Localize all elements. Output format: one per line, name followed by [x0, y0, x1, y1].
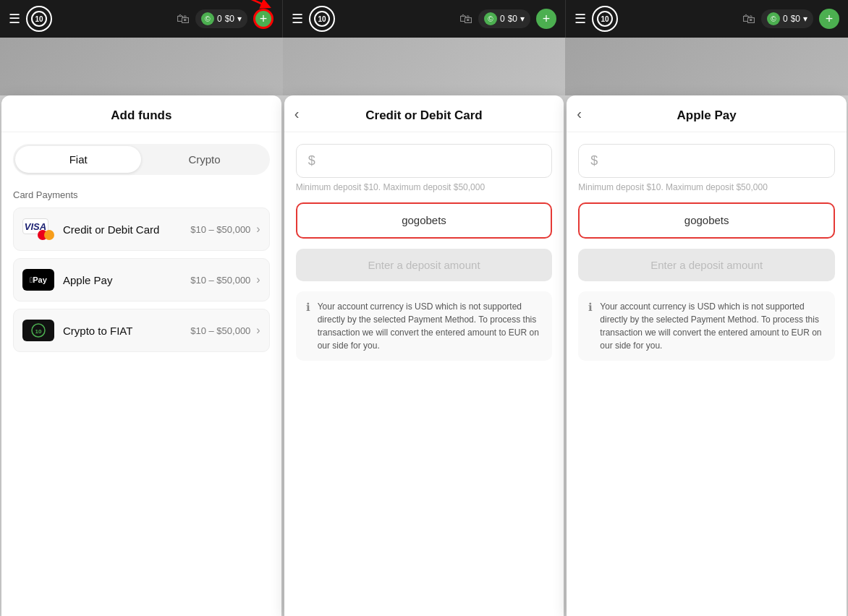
- payment-type-toggle: Fiat Crypto: [13, 144, 270, 175]
- visa-mc-logo: VISA: [22, 218, 54, 240]
- credit-card-dollar-sign: $: [308, 153, 315, 168]
- apple-pay-back-button[interactable]: ‹: [577, 106, 582, 122]
- add-funds-body: Fiat Crypto Card Payments VISA Credit or…: [1, 132, 281, 616]
- add-btn-wrapper-1: +: [253, 9, 274, 29]
- arrow-indicator: [232, 0, 275, 13]
- apple-pay-site-name-box: gogobets: [578, 202, 835, 239]
- credit-card-range: $10 – $50,000: [190, 224, 250, 235]
- credit-card-limits: Minimum deposit $10. Maximum deposit $50…: [296, 182, 553, 192]
- mastercard-logo: [38, 230, 54, 240]
- apple-pay-limits: Minimum deposit $10. Maximum deposit $50…: [578, 182, 835, 192]
- coin-icon-1: ©: [201, 12, 214, 25]
- credit-card-amount-wrap: $: [296, 144, 553, 178]
- credit-card-chevron: ›: [256, 223, 260, 236]
- nav-right-3: 🛍 © 0 $0 ▾ +: [742, 9, 839, 29]
- svg-line-3: [235, 0, 266, 6]
- info-icon-1: ℹ: [306, 301, 310, 314]
- apple-pay-item[interactable]:  Pay Apple Pay $10 – $50,000 ›: [13, 258, 270, 301]
- apple-pay-body: $ Minimum deposit $10. Maximum deposit $…: [567, 132, 847, 616]
- svg-text:10: 10: [35, 15, 43, 23]
- bg-strip: [0, 38, 848, 95]
- coin-value-1: $0: [225, 14, 234, 24]
- info-icon-2: ℹ: [588, 301, 593, 314]
- hamburger-icon-3[interactable]: ☰: [574, 11, 586, 27]
- logo-3: 10: [592, 6, 618, 32]
- apple-pay-range: $10 – $50,000: [190, 275, 250, 286]
- bg-col-3: [565, 38, 848, 95]
- apple-pay-info-text: Your account currency is USD which is no…: [600, 300, 825, 352]
- credit-card-panel: ‹ Credit or Debit Card $ Minimum deposit…: [284, 95, 564, 616]
- crypto-fiat-logo: 10: [22, 320, 54, 341]
- apple-pay-amount-wrap: $: [578, 144, 835, 178]
- apple-pay-deposit-button[interactable]: Enter a deposit amount: [578, 249, 835, 281]
- apple-pay-chevron: ›: [256, 273, 260, 286]
- apple-pay-dollar-sign: $: [590, 153, 598, 168]
- nav-bar-2: ☰ 10 🛍 © 0 $0 ▾ +: [283, 0, 566, 38]
- coin-count-3: 0: [783, 14, 788, 24]
- apple-pay-amount-input[interactable]: [603, 155, 823, 168]
- crypto-fiat-name: Crypto to FIAT: [63, 325, 190, 337]
- nav-bars-container: ☰ 10 🛍 © 0 $0 ▾: [0, 0, 848, 38]
- apple-pay-panel-header: ‹ Apple Pay: [567, 95, 847, 132]
- hamburger-icon-1[interactable]: ☰: [9, 11, 20, 27]
- fiat-tab[interactable]: Fiat: [15, 146, 141, 173]
- main-area: Add funds Fiat Crypto Card Payments VISA: [0, 95, 848, 616]
- credit-card-panel-title: Credit or Debit Card: [365, 108, 483, 122]
- logo-2: 10: [309, 6, 335, 32]
- card-payments-label: Card Payments: [13, 189, 270, 200]
- add-funds-panel: Add funds Fiat Crypto Card Payments VISA: [1, 95, 281, 616]
- credit-card-info-text: Your account currency is USD which is no…: [318, 300, 543, 352]
- cart-icon-2[interactable]: 🛍: [459, 12, 472, 27]
- cart-icon-3[interactable]: 🛍: [742, 12, 755, 27]
- credit-card-amount-input[interactable]: [321, 155, 540, 168]
- nav-right-1: 🛍 © 0 $0 ▾: [177, 9, 274, 29]
- apple-pay-info-box: ℹ Your account currency is USD which is …: [578, 291, 835, 361]
- credit-card-item[interactable]: VISA Credit or Debit Card $10 – $50,000 …: [13, 208, 270, 251]
- coin-badge-3: © 0 $0 ▾: [761, 9, 813, 28]
- svg-text:10: 10: [35, 328, 42, 335]
- credit-card-info-box: ℹ Your account currency is USD which is …: [296, 291, 553, 361]
- nav-bar-3: ☰ 10 🛍 © 0 $0 ▾ +: [566, 0, 848, 38]
- add-funds-button-3[interactable]: +: [819, 9, 839, 29]
- credit-card-deposit-button[interactable]: Enter a deposit amount: [296, 249, 553, 281]
- coin-value-3: $0: [791, 14, 800, 24]
- coin-dropdown-3[interactable]: ▾: [803, 14, 807, 24]
- apple-pay-panel: ‹ Apple Pay $ Minimum deposit $10. Maxim…: [567, 95, 847, 616]
- svg-text:10: 10: [318, 15, 326, 23]
- coin-badge-2: © 0 $0 ▾: [478, 9, 530, 28]
- nav-bar-1: ☰ 10 🛍 © 0 $0 ▾: [0, 0, 283, 38]
- apple-icon: : [30, 275, 33, 284]
- coin-dropdown-2[interactable]: ▾: [520, 14, 525, 24]
- coin-icon-2: ©: [484, 12, 497, 25]
- apple-pay-site-name: gogobets: [684, 214, 729, 226]
- cart-icon-1[interactable]: 🛍: [177, 12, 190, 27]
- coin-dropdown-1[interactable]: ▾: [237, 14, 242, 24]
- apple-pay-logo:  Pay: [22, 269, 54, 291]
- apple-pay-panel-title: Apple Pay: [677, 108, 737, 122]
- add-funds-button-2[interactable]: +: [536, 9, 556, 29]
- svg-text:10: 10: [601, 15, 609, 23]
- crypto-fiat-chevron: ›: [256, 324, 260, 337]
- credit-card-name: Credit or Debit Card: [63, 223, 190, 236]
- bg-col-1: [0, 38, 283, 95]
- credit-card-panel-header: ‹ Credit or Debit Card: [284, 95, 564, 132]
- coin-count-1: 0: [217, 14, 222, 24]
- credit-card-body: $ Minimum deposit $10. Maximum deposit $…: [284, 132, 564, 616]
- coin-value-2: $0: [508, 14, 517, 24]
- add-funds-header: Add funds: [1, 95, 281, 132]
- nav-right-2: 🛍 © 0 $0 ▾ +: [459, 9, 556, 29]
- bg-col-2: [283, 38, 566, 95]
- credit-card-site-name: gogobets: [402, 214, 446, 226]
- coin-icon-3: ©: [767, 12, 780, 25]
- coin-count-2: 0: [500, 14, 505, 24]
- crypto-tab[interactable]: Crypto: [141, 146, 267, 173]
- add-funds-title: Add funds: [111, 108, 171, 122]
- credit-card-back-button[interactable]: ‹: [294, 106, 300, 122]
- hamburger-icon-2[interactable]: ☰: [292, 11, 303, 27]
- crypto-fiat-range: $10 – $50,000: [190, 325, 250, 336]
- crypto-fiat-item[interactable]: 10 Crypto to FIAT $10 – $50,000 ›: [13, 309, 270, 352]
- logo-1: 10: [26, 6, 52, 32]
- credit-card-site-name-box: gogobets: [296, 202, 553, 239]
- apple-pay-name: Apple Pay: [63, 274, 190, 286]
